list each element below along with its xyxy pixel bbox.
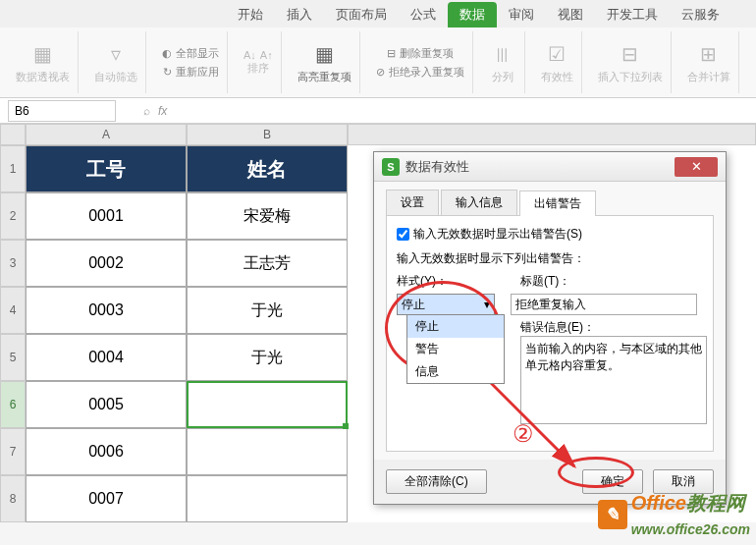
- tab-data[interactable]: 数据: [448, 2, 497, 27]
- row-header[interactable]: 3: [0, 240, 26, 287]
- cell-b5[interactable]: 于光: [187, 334, 348, 381]
- consolidate-icon: ⊞: [695, 40, 723, 68]
- cell-a1[interactable]: 工号: [26, 145, 187, 192]
- pivot-icon: ▦: [29, 40, 57, 68]
- cell-a8[interactable]: 0007: [26, 475, 187, 522]
- row-header[interactable]: 6: [0, 381, 26, 428]
- cell-b1[interactable]: 姓名: [187, 145, 348, 192]
- redo-icon[interactable]: ↷: [125, 5, 142, 23]
- row-header[interactable]: 4: [0, 287, 26, 334]
- autofilter-button[interactable]: ▿ 自动筛选: [94, 40, 137, 84]
- undo-icon[interactable]: ↶: [101, 5, 119, 23]
- print-icon[interactable]: ⎙: [148, 5, 166, 23]
- consolidate-button[interactable]: ⊞合并计算: [687, 40, 730, 84]
- save-icon[interactable]: 💾: [78, 5, 95, 23]
- reject-dup-icon: ⊘: [376, 66, 385, 79]
- tab-insert[interactable]: 插入: [275, 2, 324, 27]
- row-header[interactable]: 2: [0, 192, 26, 240]
- cell-a5[interactable]: 0004: [26, 334, 187, 381]
- close-button[interactable]: ✕: [675, 157, 718, 177]
- row-header[interactable]: 8: [0, 475, 26, 522]
- cell-a7[interactable]: 0006: [26, 428, 187, 475]
- split-button[interactable]: ⫼分列: [489, 40, 516, 84]
- cell-b4[interactable]: 于光: [187, 287, 348, 334]
- style-select[interactable]: 停止▾: [397, 294, 495, 315]
- sort-desc-button[interactable]: A↑: [260, 49, 273, 61]
- show-error-checkbox-row[interactable]: 输入无效数据时显示出错警告(S): [397, 226, 703, 243]
- sort-button[interactable]: 排序: [247, 61, 269, 76]
- tab-formula[interactable]: 公式: [399, 2, 448, 27]
- dropdown-icon: ⊟: [617, 40, 644, 68]
- watermark: ✎ Office教程网 www.office26.com: [598, 490, 750, 539]
- col-header-rest[interactable]: [348, 124, 756, 145]
- show-error-checkbox[interactable]: [397, 228, 409, 241]
- style-label: 样式(Y)：: [397, 274, 448, 288]
- split-icon: ⫼: [489, 40, 516, 68]
- cell-b6-selected[interactable]: [187, 381, 348, 428]
- remove-dup-button[interactable]: ⊟删除重复项: [387, 45, 454, 62]
- cell-b3[interactable]: 王志芳: [187, 240, 348, 287]
- style-option-stop[interactable]: 停止: [407, 315, 504, 338]
- filter-icon: ▿: [102, 40, 130, 68]
- cell-a3[interactable]: 0002: [26, 240, 187, 287]
- error-msg-textarea[interactable]: 当前输入的内容，与本区域的其他单元格内容重复。: [520, 336, 707, 424]
- formula-bar: B6 ⌕ fx: [0, 98, 756, 124]
- dialog-title: 数据有效性: [405, 158, 675, 176]
- cell-b7[interactable]: [187, 428, 348, 475]
- dialog-tabs: 设置 输入信息 出错警告: [386, 190, 714, 216]
- cell-a4[interactable]: 0003: [26, 287, 187, 334]
- sort-desc-icon: A↑: [260, 49, 273, 61]
- title-label: 标题(T)：: [520, 274, 570, 288]
- style-option-info[interactable]: 信息: [407, 360, 504, 383]
- cell-a6[interactable]: 0005: [26, 381, 187, 428]
- row-header-1[interactable]: 1: [0, 145, 26, 192]
- validity-button[interactable]: ☑有效性: [541, 40, 573, 84]
- checkbox-label: 输入无效数据时显示出错警告(S): [413, 226, 582, 243]
- dialog-subtitle: 输入无效数据时显示下列出错警告：: [397, 250, 703, 267]
- annotation-number-2: ②: [513, 420, 534, 448]
- tab-cloud[interactable]: 云服务: [670, 2, 731, 27]
- tab-settings[interactable]: 设置: [386, 190, 439, 215]
- cell-a2[interactable]: 0001: [26, 192, 187, 240]
- highlight-icon: ▦: [310, 40, 338, 68]
- chevron-down-icon: ▾: [484, 298, 490, 311]
- style-option-warn[interactable]: 警告: [407, 338, 504, 360]
- tab-error-alert[interactable]: 出错警告: [519, 191, 596, 216]
- tab-start[interactable]: 开始: [226, 2, 275, 27]
- watermark-icon: ✎: [598, 500, 627, 529]
- row-header[interactable]: 7: [0, 428, 26, 475]
- file-menu[interactable]: 文件▾: [26, 5, 72, 22]
- remove-dup-icon: ⊟: [387, 47, 396, 60]
- fx-icon[interactable]: fx: [158, 104, 167, 118]
- error-msg-label: 错误信息(E)：: [520, 319, 703, 336]
- dialog-titlebar[interactable]: S 数据有效性 ✕: [374, 152, 726, 182]
- tab-layout[interactable]: 页面布局: [324, 2, 399, 27]
- sort-asc-icon: A↓: [243, 49, 256, 61]
- tab-dev[interactable]: 开发工具: [595, 2, 670, 27]
- insert-dropdown-button[interactable]: ⊟插入下拉列表: [598, 40, 663, 84]
- sort-asc-button[interactable]: A↓: [243, 49, 256, 61]
- hamburger-icon[interactable]: [6, 8, 20, 20]
- name-box[interactable]: B6: [8, 100, 116, 122]
- clear-all-button[interactable]: 全部清除(C): [386, 469, 487, 494]
- style-dropdown: 停止 警告 信息: [406, 314, 505, 384]
- reapply-button[interactable]: ↻重新应用: [163, 64, 219, 81]
- highlight-dup-button[interactable]: ▦ 高亮重复项: [297, 40, 351, 84]
- select-all-corner[interactable]: [0, 124, 26, 145]
- col-header-a[interactable]: A: [26, 124, 187, 145]
- row-header[interactable]: 5: [0, 334, 26, 381]
- reapply-icon: ↻: [163, 66, 172, 79]
- search-icon[interactable]: ⌕: [143, 104, 150, 118]
- tab-view[interactable]: 视图: [546, 2, 595, 27]
- reject-dup-button[interactable]: ⊘拒绝录入重复项: [376, 64, 464, 81]
- validity-icon: ☑: [543, 40, 570, 68]
- show-all-button[interactable]: ◐全部显示: [162, 45, 219, 62]
- title-input[interactable]: [511, 294, 697, 315]
- cell-b8[interactable]: [187, 475, 348, 522]
- cell-b2[interactable]: 宋爱梅: [187, 192, 348, 240]
- tab-input-msg[interactable]: 输入信息: [441, 190, 517, 215]
- pivot-table-button[interactable]: ▦ 数据透视表: [16, 40, 70, 84]
- col-header-b[interactable]: B: [187, 124, 348, 145]
- tab-review[interactable]: 审阅: [497, 2, 546, 27]
- data-validity-dialog: S 数据有效性 ✕ 设置 输入信息 出错警告 输入无效数据时显示出错警告(S) …: [373, 151, 727, 505]
